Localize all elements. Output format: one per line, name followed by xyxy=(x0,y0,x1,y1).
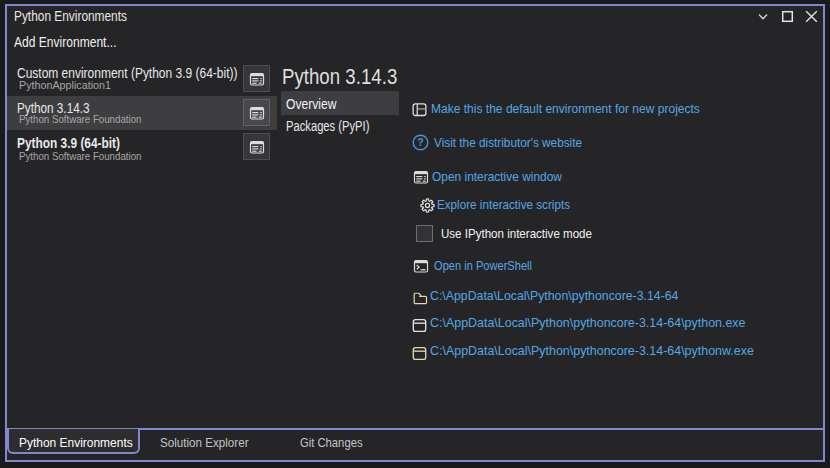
svg-text:?: ? xyxy=(417,136,423,148)
